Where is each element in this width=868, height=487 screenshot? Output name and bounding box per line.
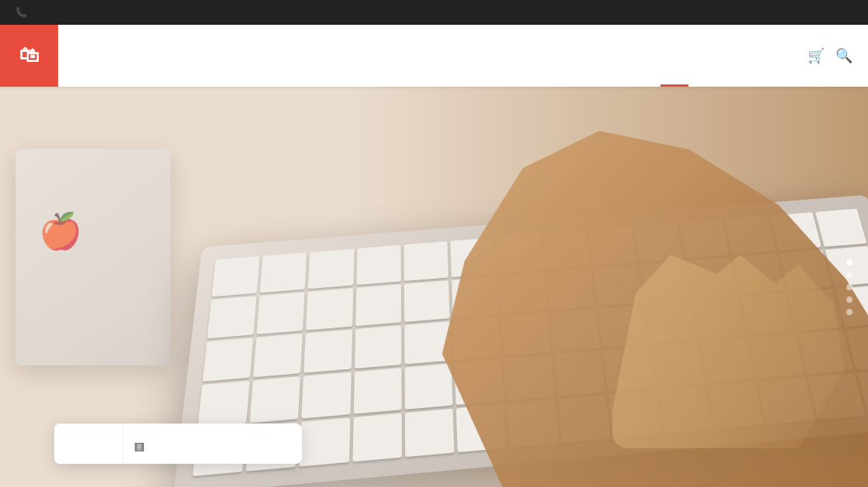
slider-dots — [846, 259, 853, 315]
hero-section: 🍎 // Generate 70 keys const container = … — [0, 87, 868, 487]
laptop-decoration — [15, 149, 170, 365]
hand-overlay — [403, 87, 868, 487]
logo[interactable]: 🛍 — [0, 25, 58, 87]
apple-logo-decoration: 🍎 — [39, 211, 82, 252]
notification-popup: 🅱 — [54, 424, 302, 464]
slider-dot-5[interactable] — [846, 309, 853, 315]
main-nav — [660, 25, 800, 87]
phone-icon — [15, 7, 27, 18]
cart-icon[interactable]: 🛒 — [808, 47, 825, 64]
notificationx-icon: 🅱 — [135, 442, 144, 453]
slider-dot-4[interactable] — [846, 297, 853, 303]
key — [260, 252, 307, 293]
notification-footer: 🅱 — [135, 442, 290, 453]
key — [257, 292, 305, 334]
key — [355, 284, 401, 326]
top-bar — [0, 0, 868, 25]
nav-about[interactable] — [688, 25, 716, 87]
key — [253, 333, 303, 377]
key — [308, 249, 354, 289]
slider-dot-2[interactable] — [846, 272, 853, 278]
key — [302, 372, 352, 419]
key — [352, 413, 402, 462]
slider-dot-3[interactable] — [846, 284, 853, 290]
nav-product[interactable] — [716, 25, 744, 87]
key — [355, 325, 402, 369]
key — [356, 245, 401, 285]
key — [202, 338, 253, 382]
key — [300, 418, 351, 467]
notification-icon-area — [54, 424, 124, 464]
nav-home[interactable] — [660, 25, 688, 87]
search-icon[interactable]: 🔍 — [835, 47, 853, 64]
key — [353, 368, 401, 414]
nav-contact[interactable] — [772, 25, 800, 87]
slider-dot-1[interactable] — [846, 259, 853, 266]
key — [207, 296, 256, 338]
notification-content: 🅱 — [124, 424, 302, 464]
nav-blog[interactable] — [744, 25, 772, 87]
key — [211, 256, 259, 297]
key — [306, 288, 353, 330]
key — [197, 381, 250, 428]
key — [304, 329, 352, 373]
contact-info — [15, 7, 41, 18]
header: 🛍 🛒 🔍 — [0, 25, 868, 87]
logo-bag-icon: 🛍 — [19, 43, 39, 67]
nav-action-icons: 🛒 🔍 — [808, 47, 853, 64]
key — [250, 376, 301, 423]
fingers-detail — [612, 255, 845, 448]
